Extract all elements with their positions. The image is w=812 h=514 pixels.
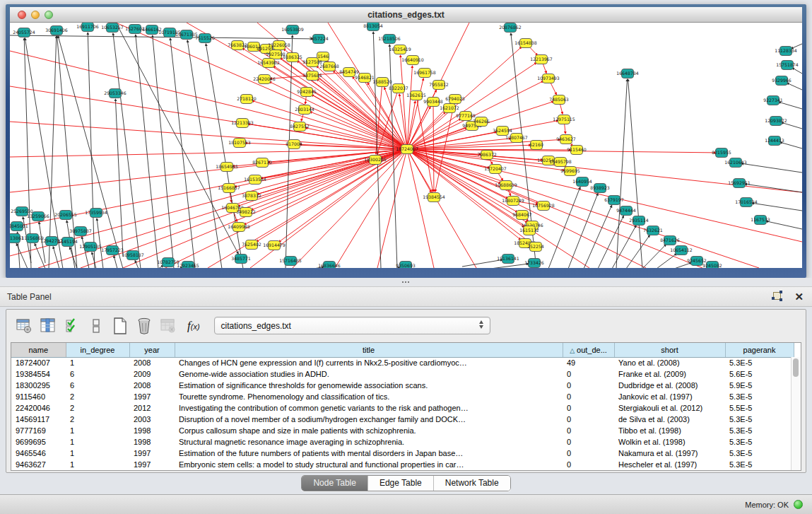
table-type-tabs: Node TableEdge TableNetwork Table [0, 475, 812, 491]
graph-node-label: 15218506 [378, 36, 401, 41]
status-bar: Memory: OK [0, 494, 812, 514]
select-columns-icon[interactable] [61, 315, 83, 337]
zoom-window-button[interactable] [45, 11, 53, 19]
graph-node-label: 16325419 [389, 47, 411, 52]
table-row[interactable]: 977716911998Corpus callosum shape and si… [11, 425, 794, 436]
close-window-button[interactable] [18, 11, 26, 19]
column-header-short[interactable]: short [614, 343, 725, 357]
graph-node-label: 18724007 [396, 146, 418, 151]
citation-network-graph[interactable]: 2405572430691406169117061065325715276026… [10, 23, 802, 268]
column-header-title[interactable]: title [175, 343, 563, 357]
table-panel-body: f(x) citations_edges.txt namein_degreeye… [6, 309, 806, 473]
graph-node-label: 15720407 [484, 166, 507, 171]
table-row[interactable]: 911546021997Tourette syndrome. Phenomeno… [11, 391, 794, 402]
show-columns-icon[interactable] [37, 315, 59, 337]
tab-network-table[interactable]: Network Table [433, 476, 510, 491]
graph-node-label: 11156869 [21, 235, 44, 240]
dropdown-stepper-icon [479, 320, 483, 329]
graph-node-label: 16495798 [549, 159, 572, 164]
graph-node-label: 1733426 [524, 260, 544, 265]
table-row[interactable]: 1872400712008Changes of HCN gene express… [11, 357, 794, 368]
graph-node-label: 17359934 [85, 210, 107, 215]
graph-node-label: 12905185 [79, 244, 102, 249]
delete-table-icon[interactable] [158, 315, 179, 337]
column-header-pagerank[interactable]: pagerank [725, 343, 794, 357]
splitter-handle-icon[interactable] [401, 281, 410, 284]
graph-node-label: 9474444 [616, 208, 636, 213]
memory-ok-indicator[interactable] [794, 500, 803, 509]
table-toolbar: f(x) citations_edges.txt [6, 310, 806, 341]
graph-node-label: 7632621 [643, 228, 663, 233]
column-header-in_degree[interactable]: in_degree [66, 343, 129, 357]
graph-node-label: 30975887 [69, 228, 92, 233]
graph-node-label: 1621072 [440, 105, 459, 110]
table-row[interactable]: 969969511998Structural magnetic resonanc… [11, 436, 794, 448]
scrollbar-thumb[interactable] [793, 358, 799, 377]
graph-node-label: 16836646 [318, 263, 341, 268]
table-vertical-scrollbar[interactable] [791, 357, 801, 470]
tab-node-table[interactable]: Node Table [302, 476, 367, 491]
table-row[interactable]: 946362711997Embryonic stem cells: a mode… [11, 459, 794, 470]
graph-node-label: 30691406 [45, 28, 68, 33]
column-header-year[interactable]: year [129, 343, 175, 357]
graph-node-label: 16409948 [228, 224, 250, 229]
table-selector-dropdown[interactable]: citations_edges.txt [214, 317, 490, 334]
graph-node-label: 16543982 [257, 60, 280, 65]
delete-columns-icon[interactable] [134, 315, 155, 337]
graph-node-label: 9777169 [456, 113, 476, 118]
function-builder-icon[interactable]: f(x) [187, 319, 200, 333]
column-header-out_de[interactable]: △out_de... [563, 343, 614, 357]
graph-node-label: 17845001 [10, 223, 28, 228]
graph-node-label: 18107553 [228, 140, 251, 145]
new-column-icon[interactable] [110, 315, 131, 337]
tab-edge-table[interactable]: Edge Table [367, 476, 433, 491]
graph-node-label: 17957223 [101, 247, 124, 252]
graph-node-label: 9245082 [702, 263, 722, 268]
graph-node-label: 10653257 [101, 25, 124, 30]
graph-node-label: 1167533 [751, 217, 770, 222]
graph-node-label: 18807249 [502, 198, 524, 203]
window-controls [18, 11, 53, 19]
graph-node-label: 9115460 [567, 147, 587, 152]
graph-node-label: 15692951 [728, 180, 751, 185]
graph-node-label: 29053346 [104, 90, 126, 95]
table-row[interactable]: 2242004622012Investigating the contribut… [11, 402, 794, 414]
graph-node-label: 1588520 [372, 79, 392, 84]
graph-node-label: 12093872 [765, 118, 787, 123]
network-window-title: citations_edges.txt [10, 10, 802, 20]
minimize-window-button[interactable] [31, 11, 40, 19]
table-row[interactable]: 946554611997Estimation of the future num… [11, 448, 794, 459]
graph-node-label: 1546 [317, 54, 329, 59]
graph-node-label: 8427552 [290, 124, 310, 129]
graph-node-label: 16671385 [175, 32, 198, 37]
table-row[interactable]: 1456911722003Disruption of a novel membe… [11, 414, 794, 425]
table-mode-icon[interactable] [13, 315, 35, 337]
graph-node-label: 6379197 [604, 197, 624, 202]
graph-node-label: 9146821 [355, 75, 375, 80]
graph-node-label: 1244413 [765, 138, 784, 143]
horizontal-splitter[interactable] [0, 278, 812, 286]
table-panel-header: Table Panel ✕ [0, 286, 812, 307]
graph-node-label: 10958187 [122, 252, 144, 257]
network-window-titlebar[interactable]: citations_edges.txt [10, 7, 802, 23]
table-row[interactable]: 1830029562008Estimation of significance … [11, 380, 794, 391]
graph-node-label: 16961758 [413, 70, 436, 75]
float-panel-icon[interactable] [772, 291, 784, 303]
graph-node-label: 2687668 [319, 64, 339, 69]
node-table: namein_degreeyeartitle△out_de...shortpag… [11, 342, 801, 471]
graph-node-label: 10688639 [495, 182, 517, 187]
graph-node-label: 13259066 [27, 214, 49, 218]
graph-node-label: 16153534 [244, 177, 266, 182]
graph-node-label: 62160 [529, 142, 543, 147]
graph-node-label: 9227341 [763, 98, 783, 103]
close-panel-icon[interactable]: ✕ [794, 291, 804, 302]
graph-node-label: 16648784 [616, 71, 639, 76]
network-canvas[interactable]: 2405572430691406169117061065325715276026… [10, 23, 802, 268]
clear-selection-icon[interactable] [86, 315, 107, 337]
graph-node-label: 7515526 [195, 35, 215, 40]
graph-node-label: 252254 [527, 244, 544, 249]
graph-node-label: 12213967 [530, 57, 553, 62]
table-row[interactable]: 1938455462009Genome-wide association stu… [11, 368, 794, 380]
column-header-name[interactable]: name [11, 343, 66, 357]
graph-node-label: 12942737 [40, 238, 63, 243]
